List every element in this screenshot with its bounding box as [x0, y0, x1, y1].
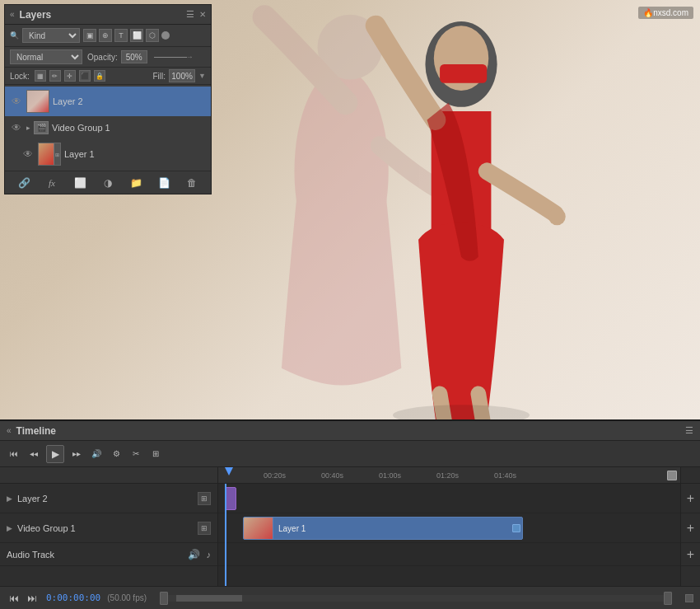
scroll-thumb[interactable] [176, 595, 242, 602]
tl-videogroup1-label: Video Group 1 [17, 523, 193, 533]
lock-image-icon[interactable]: ✏ [49, 70, 61, 82]
lock-all-icon[interactable]: 🔒 [94, 70, 105, 82]
layer1-clip-thumb [244, 518, 273, 539]
ruler-mark-40s: 00:40s [321, 471, 343, 480]
tl-layer2-icon[interactable]: ⊞ [198, 492, 211, 505]
scroll-corner [685, 594, 693, 602]
group-item-videogroup1[interactable]: 👁 ▸ 🎬 Video Group 1 [5, 116, 211, 139]
filter-pixel-icon[interactable]: ▣ [83, 29, 96, 42]
filter-smart-icon[interactable]: ⬡ [146, 29, 159, 42]
link-icon[interactable]: 🔗 [16, 176, 31, 190]
lock-position-icon[interactable]: ✛ [64, 70, 76, 82]
layer1-clip[interactable]: Layer 1 [243, 517, 523, 540]
svg-point-5 [548, 208, 566, 225]
tl-bottom-prev-icon[interactable]: ⏮ [7, 591, 21, 606]
timeline-titlebar: « Timeline ☰ [0, 421, 700, 441]
tl-layer2-expand[interactable]: ▶ [7, 494, 12, 503]
kind-select[interactable]: Kind [22, 28, 80, 43]
layer1-clip-label: Layer 1 [273, 524, 310, 533]
layer1-name: Layer 1 [64, 149, 206, 159]
layer1-clip-end-handle[interactable] [512, 524, 520, 532]
timeline-tracks: 00:20s 00:40s 01:00s 01:20s 01:40s Layer… [218, 467, 680, 586]
audio-btn[interactable]: 🔊 [89, 447, 104, 461]
rewind-start-btn[interactable]: ⏮ [7, 447, 21, 461]
filter-type-icon[interactable]: T [114, 29, 128, 42]
opacity-input[interactable] [121, 50, 147, 63]
folder-icon[interactable]: 📁 [128, 176, 143, 190]
step-forward-btn[interactable]: ▸▸ [69, 447, 84, 461]
playhead-line [225, 484, 226, 586]
visibility-eye-layer2[interactable]: 👁 [10, 95, 23, 108]
timeline-labels: ▶ Layer 2 ⊞ ▶ Video Group 1 ⊞ Audio Trac… [0, 467, 218, 586]
group-video-icon: 🎬 [34, 121, 49, 134]
panel-close-icon[interactable]: ✕ [199, 10, 206, 19]
lock-label: Lock: [10, 72, 30, 81]
tl-audio-volume-icon[interactable]: 🔊 [188, 549, 200, 560]
fill-arrow[interactable]: ▼ [198, 72, 206, 80]
panel-title: Layers [20, 9, 52, 21]
ruler-mark-20s: 00:20s [264, 471, 286, 480]
step-back-btn[interactable]: ◂◂ [26, 447, 41, 461]
blend-opacity-row: Normal Opacity: → [5, 47, 211, 68]
panel-titlebar: « Layers ☰ ✕ [5, 5, 211, 25]
add-buttons-column: + + + [680, 467, 700, 586]
audio-track-row [218, 543, 680, 566]
visibility-eye-layer1[interactable]: 👁 [21, 148, 35, 161]
add-audio-btn[interactable]: + [681, 543, 700, 566]
filter-adjustment-icon[interactable]: ⊕ [99, 29, 112, 42]
lock-transparency-icon[interactable]: ▦ [35, 70, 46, 82]
layer-item-layer1[interactable]: 👁 ⊞ Layer 1 [5, 139, 211, 169]
filter-shape-icon[interactable]: ⬜ [130, 29, 143, 42]
fx-icon[interactable]: fx [44, 176, 59, 190]
tl-bottom-next-icon[interactable]: ⏭ [25, 591, 40, 606]
split-btn[interactable]: ✂ [128, 447, 143, 461]
mask-icon[interactable]: ⬜ [72, 176, 87, 190]
timeline-bottom-bar: ⏮ ⏭ 0:00:00:00 (50.00 fps) [0, 586, 700, 609]
ruler-mark-1m20s: 01:20s [436, 471, 459, 480]
tl-videogroup1-expand[interactable]: ▶ [7, 524, 12, 532]
fullscreen-btn[interactable]: ⊞ [148, 447, 163, 461]
videogroup1-name: Video Group 1 [52, 123, 206, 133]
visibility-eye-group1[interactable]: 👁 [10, 121, 23, 134]
tl-videogroup1-icon[interactable]: ⊞ [198, 522, 211, 535]
panel-bottom-toolbar: 🔗 fx ⬜ ◑ 📁 📄 🗑 [5, 171, 211, 194]
timeline-controls: ⏮ ◂◂ ▶ ▸▸ 🔊 ⚙ ✂ ⊞ [0, 441, 700, 467]
timeline-title: Timeline [16, 425, 56, 437]
layer2-thumbnail [26, 90, 49, 113]
blend-mode-select[interactable]: Normal [10, 49, 82, 64]
layer1-thumbnail: ⊞ [38, 143, 61, 166]
ruler-mark-1m: 01:00s [379, 471, 401, 480]
lock-artboard-icon[interactable]: ⬛ [79, 70, 91, 82]
tl-audio-row: Audio Track 🔊 ♪ [0, 543, 217, 566]
settings-btn[interactable]: ⚙ [109, 447, 124, 461]
delete-icon[interactable]: 🗑 [184, 176, 199, 190]
layer-item-layer2[interactable]: 👁 Layer 2 [5, 87, 211, 116]
ruler-mark-1m40s: 01:40s [494, 471, 516, 480]
adjustment-icon[interactable]: ◑ [100, 176, 115, 190]
scroll-right-handle[interactable] [664, 592, 672, 605]
new-layer-icon[interactable]: 📄 [156, 176, 171, 190]
add-group-btn[interactable]: + [681, 513, 700, 543]
layer2-clip[interactable] [225, 487, 236, 510]
add-layer2-btn[interactable]: + [681, 484, 700, 513]
timeline-body: ▶ Layer 2 ⊞ ▶ Video Group 1 ⊞ Audio Trac… [0, 467, 700, 586]
tl-videogroup1-row: ▶ Video Group 1 ⊞ [0, 513, 217, 543]
play-btn[interactable]: ▶ [46, 445, 64, 463]
panel-menu-icon[interactable]: ☰ [186, 9, 194, 20]
group-expand-arrow[interactable]: ▸ [26, 124, 30, 132]
panel-collapse-arrows[interactable]: « [10, 10, 15, 19]
fill-label: Fill: [153, 72, 166, 81]
timeline-menu-icon[interactable]: ☰ [685, 425, 693, 436]
videogroup1-track-row: Layer 1 [218, 513, 680, 543]
tl-time-display: 0:00:00:00 [46, 593, 100, 603]
tl-audio-note-icon[interactable]: ♪ [207, 550, 212, 560]
fill-input[interactable] [169, 69, 195, 82]
playhead-top-marker [225, 467, 233, 475]
filter-active-circle[interactable] [161, 31, 170, 40]
ruler-scroll-handle[interactable] [667, 471, 677, 480]
timeline-collapse-arrows[interactable]: « [7, 426, 12, 435]
layers-list: 👁 Layer 2 👁 ▸ 🎬 Video Group 1 👁 ⊞ [5, 85, 211, 171]
timeline-ruler: 00:20s 00:40s 01:00s 01:20s 01:40s [218, 467, 680, 484]
scroll-left-handle[interactable] [160, 592, 168, 605]
tl-audio-label: Audio Track [7, 550, 183, 560]
